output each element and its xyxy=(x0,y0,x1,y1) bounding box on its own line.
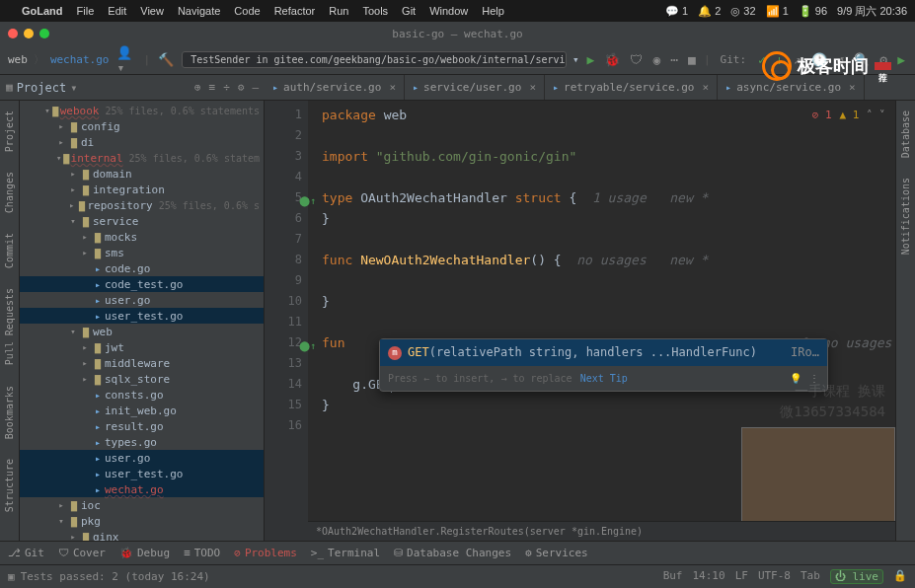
more-icon[interactable]: ⋯ xyxy=(668,50,680,69)
mac-menu[interactable]: Run xyxy=(329,5,348,17)
line-ending[interactable]: LF xyxy=(735,569,748,584)
next-tip-link[interactable]: Next Tip xyxy=(580,368,628,389)
bookmarks-sidetab[interactable]: Bookmarks xyxy=(2,380,17,445)
profile-icon[interactable]: ◉ xyxy=(650,50,662,69)
run-config-select[interactable]: TestSender in gitee.com/geekbang/basic-g… xyxy=(182,51,567,68)
tw-db-changes[interactable]: ⛁Database Changes xyxy=(394,547,511,559)
tree-row[interactable]: ▸▇repository25% files, 0.6% s xyxy=(20,197,264,213)
tree-row[interactable]: ▸▇ioc xyxy=(20,497,264,513)
tree-row[interactable]: ▾▇service xyxy=(20,213,264,229)
battery-icon[interactable]: 🔋 96 xyxy=(799,5,827,18)
tree-row[interactable]: ▸result.go xyxy=(20,418,264,434)
tree-row[interactable]: ▸types.go xyxy=(20,434,264,450)
signal-icon[interactable]: 📶 1 xyxy=(766,5,789,18)
expand-icon[interactable]: ≡ xyxy=(209,81,216,94)
minimize-icon[interactable] xyxy=(24,29,34,38)
bell-icon[interactable]: 🔔 2 xyxy=(698,5,721,18)
inspection-widget[interactable]: ⊘ 1 ▲ 1 ˄ ˅ xyxy=(812,105,885,125)
project-sidetab[interactable]: Project xyxy=(2,105,17,158)
tab-retryable-service[interactable]: ▸retryable/service.go× xyxy=(545,75,718,100)
gear-icon[interactable]: ⚙ xyxy=(238,81,245,94)
tw-todo[interactable]: ≡TODO xyxy=(184,547,220,559)
tree-row[interactable]: ▾▇pkg xyxy=(20,513,264,529)
mac-menu[interactable]: File xyxy=(77,5,95,17)
autocomplete-popup[interactable]: m GET(relativePath string, handlers ...H… xyxy=(379,338,828,392)
project-tree[interactable]: ▾▇webook25% files, 0.6% statements▸▇conf… xyxy=(20,101,264,541)
notif-sidetab[interactable]: Notifications xyxy=(898,172,913,260)
mac-menu[interactable]: Git xyxy=(402,5,416,17)
tree-row[interactable]: ▸user_test.go xyxy=(20,308,264,324)
tree-row[interactable]: ▸user.go xyxy=(20,292,264,308)
user-icon[interactable]: 👤▾ xyxy=(114,43,137,77)
tree-row[interactable]: ▸▇config xyxy=(20,118,264,134)
editor-breadcrumb[interactable]: *OAuth2WechatHandler.RegisterRoutes(serv… xyxy=(308,521,895,541)
play-icon[interactable]: ▶ xyxy=(895,50,907,69)
mac-menu[interactable]: Tools xyxy=(362,5,388,17)
mac-menu[interactable]: Edit xyxy=(108,5,126,17)
tree-row[interactable]: ▸user.go xyxy=(20,450,264,466)
tab-service-user[interactable]: ▸service/user.go× xyxy=(405,75,545,100)
run-icon[interactable]: ▶ xyxy=(585,50,597,69)
mac-menu[interactable]: View xyxy=(140,5,164,17)
tree-row[interactable]: ▸▇di xyxy=(20,134,264,150)
breadcrumb-root[interactable]: web xyxy=(8,53,28,66)
ring-icon[interactable]: ◎ 32 xyxy=(730,5,755,18)
tree-row[interactable]: ▸▇ginx xyxy=(20,529,264,541)
stop-icon[interactable]: ■ xyxy=(686,50,698,69)
tree-row[interactable]: ▸▇middleware xyxy=(20,355,264,371)
tree-row[interactable]: ▸init_web.go xyxy=(20,403,264,418)
tree-row[interactable]: ▸consts.go xyxy=(20,387,264,403)
mac-menu[interactable]: Code xyxy=(234,5,260,17)
pr-sidetab[interactable]: Pull Requests xyxy=(2,282,17,371)
lock-icon[interactable]: 🔒 xyxy=(893,569,907,584)
project-icon[interactable]: ▦ xyxy=(6,81,13,94)
tw-cover[interactable]: 🛡Cover xyxy=(58,547,106,559)
changes-sidetab[interactable]: Changes xyxy=(2,166,17,219)
status-buf[interactable]: Buf xyxy=(663,569,683,584)
tw-debug[interactable]: 🐞Debug xyxy=(119,547,170,559)
tree-row[interactable]: ▸▇mocks xyxy=(20,229,264,245)
database-sidetab[interactable]: Database xyxy=(898,105,913,164)
live-share[interactable]: ⏻ live xyxy=(830,569,883,584)
tree-row[interactable]: ▾▇web xyxy=(20,324,264,339)
commit-sidetab[interactable]: Commit xyxy=(2,227,17,274)
collapse-icon[interactable]: ÷ xyxy=(223,81,230,94)
structure-sidetab[interactable]: Structure xyxy=(2,453,17,518)
caret-position[interactable]: 14:10 xyxy=(693,569,725,584)
breadcrumb-file[interactable]: wechat.go xyxy=(50,53,110,66)
status-icon[interactable]: ▣ xyxy=(8,570,15,583)
tree-row[interactable]: ▸wechat.go xyxy=(20,481,264,497)
msg-icon[interactable]: 💬 1 xyxy=(665,5,688,18)
code-editor[interactable]: 1234 5⬤↑ 6789 1011 12⬤↑ 13141516 ⊘ 1 ▲ 1… xyxy=(265,101,895,541)
tw-git[interactable]: ⎇Git xyxy=(8,547,44,559)
mac-menu[interactable]: Navigate xyxy=(178,5,220,17)
debug-icon[interactable]: 🐞 xyxy=(602,50,622,69)
tree-row[interactable]: ▸code_test.go xyxy=(20,276,264,292)
tree-row[interactable]: ▾▇webook25% files, 0.6% statements xyxy=(20,103,264,118)
hammer-icon[interactable]: 🔨 xyxy=(156,50,176,69)
tree-row[interactable]: ▸▇domain xyxy=(20,166,264,182)
file-encoding[interactable]: UTF-8 xyxy=(758,569,791,584)
hide-icon[interactable]: — xyxy=(252,81,259,94)
tree-row[interactable]: ▸user_test.go xyxy=(20,466,264,481)
tree-row[interactable]: ▸▇sqlx_store xyxy=(20,371,264,387)
close-icon[interactable] xyxy=(8,29,18,38)
code-area[interactable]: ⊘ 1 ▲ 1 ˄ ˅ package web import "github.c… xyxy=(308,101,895,541)
tab-auth-service[interactable]: ▸auth/service.go× xyxy=(265,75,405,100)
tw-terminal[interactable]: >_Terminal xyxy=(311,547,380,559)
tree-row[interactable]: ▸▇jwt xyxy=(20,339,264,355)
tree-row[interactable]: ▾▇internal25% files, 0.6% statem xyxy=(20,150,264,166)
target-icon[interactable]: ⊕ xyxy=(194,81,201,94)
maximize-icon[interactable] xyxy=(39,29,49,38)
tw-services[interactable]: ⚙Services xyxy=(525,547,588,559)
indent-style[interactable]: Tab xyxy=(801,569,820,584)
mac-clock[interactable]: 9/9 周六 20:36 xyxy=(837,4,907,19)
coverage-icon[interactable]: 🛡 xyxy=(628,50,645,69)
tw-problems[interactable]: ⊘Problems xyxy=(234,547,297,559)
tree-row[interactable]: ▸code.go xyxy=(20,260,264,276)
tree-row[interactable]: ▸▇integration xyxy=(20,182,264,197)
tree-row[interactable]: ▸▇sms xyxy=(20,245,264,260)
mac-menu[interactable]: Window xyxy=(429,5,468,17)
mac-menu[interactable]: Refactor xyxy=(274,5,316,17)
mac-menu[interactable]: Help xyxy=(482,5,504,17)
